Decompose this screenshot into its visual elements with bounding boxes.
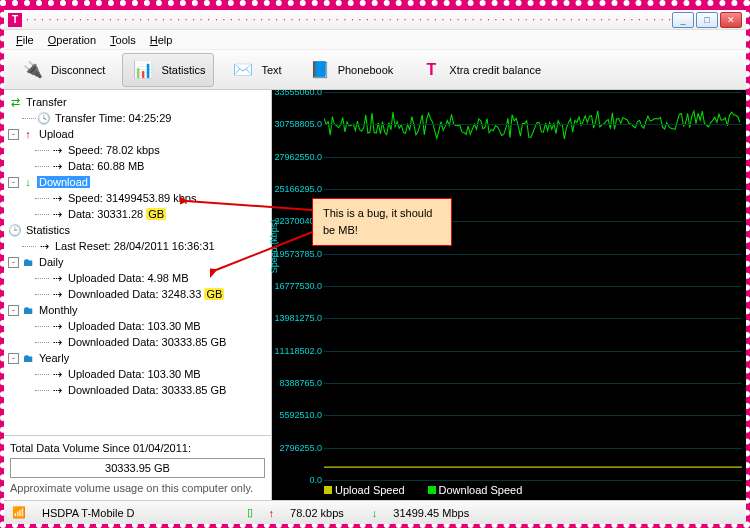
node-last-reset[interactable]: Last Reset: 28/04/2011 16:36:31 (53, 240, 217, 252)
close-button[interactable]: ✕ (720, 12, 742, 28)
menu-operation[interactable]: Operation (42, 32, 102, 48)
highlight-gb-1: GB (146, 208, 166, 220)
signal-icon: 📶 (12, 506, 26, 519)
data-icon: ⇢ (50, 288, 64, 301)
total-box: Total Data Volume Since 01/04/2011: 3033… (4, 435, 271, 500)
data-icon: ⇢ (50, 368, 64, 381)
upload-icon: ↑ (21, 128, 35, 140)
text-button[interactable]: ✉️ Text (222, 53, 290, 87)
xtra-icon: T (419, 58, 443, 82)
folder-icon: 🖿 (21, 304, 35, 316)
node-daily-down[interactable]: Downloaded Data: 3248.33 GB (66, 288, 226, 300)
data-icon: ⇢ (50, 208, 64, 221)
phonebook-button[interactable]: 📘 Phonebook (299, 53, 403, 87)
node-upload-data[interactable]: Data: 60.88 MB (66, 160, 146, 172)
y-axis-title: Speed (kbps) (269, 220, 279, 274)
maximize-button[interactable]: □ (696, 12, 718, 28)
menubar: File Operation Tools Help (4, 30, 746, 50)
node-upload[interactable]: Upload (37, 128, 76, 140)
statistics-label: Statistics (161, 64, 205, 76)
highlight-gb-2: GB (204, 288, 224, 300)
menu-file[interactable]: File (10, 32, 40, 48)
download-icon: ↓ (21, 176, 35, 188)
node-yearly-down[interactable]: Downloaded Data: 30333.85 GB (66, 384, 228, 396)
node-download-data[interactable]: Data: 30331.28 GB (66, 208, 168, 220)
speed-icon: ⇢ (50, 192, 64, 205)
legend-upload-swatch (324, 486, 332, 494)
data-icon: ⇢ (50, 320, 64, 333)
node-transfer-time[interactable]: Transfer Time: 04:25:29 (53, 112, 173, 124)
data-icon: ⇢ (50, 384, 64, 397)
xtra-button[interactable]: T Xtra credit balance (410, 53, 550, 87)
plot-area (324, 92, 742, 480)
expand-yearly[interactable]: - (8, 353, 19, 364)
title-dots: · · · · · · · · · · · · · · · · · · · · … (26, 14, 672, 25)
text-label: Text (261, 64, 281, 76)
main-window: T · · · · · · · · · · · · · · · · · · · … (4, 10, 746, 524)
expand-monthly[interactable]: - (8, 305, 19, 316)
phonebook-label: Phonebook (338, 64, 394, 76)
total-note: Approximate volume usage on this compute… (10, 482, 265, 494)
text-icon: ✉️ (231, 58, 255, 82)
xtra-label: Xtra credit balance (449, 64, 541, 76)
download-arrow-icon: ↓ (372, 507, 378, 519)
download-trace (324, 92, 742, 468)
status-network: HSDPA T-Mobile D (42, 507, 135, 519)
chart-legend: Upload Speed Download Speed (324, 484, 542, 496)
menu-help[interactable]: Help (144, 32, 179, 48)
folder-icon: 🖿 (21, 352, 35, 364)
transfer-icon: ⇄ (8, 96, 22, 109)
node-monthly[interactable]: Monthly (37, 304, 80, 316)
statusbar: 📶 HSDPA T-Mobile D ▯ ↑ 78.02 kbps ↓ 3149… (4, 500, 746, 524)
reset-icon: ⇢ (37, 240, 51, 253)
expand-upload[interactable]: - (8, 129, 19, 140)
data-icon: ⇢ (50, 160, 64, 173)
tree-panel: ⇄Transfer 🕓Transfer Time: 04:25:29 -↑Upl… (4, 90, 272, 500)
folder-icon: 🖿 (21, 256, 35, 268)
node-upload-speed[interactable]: Speed: 78.02 kbps (66, 144, 162, 156)
node-download-speed[interactable]: Speed: 31499453.89 kbps (66, 192, 198, 204)
data-icon: ⇢ (50, 336, 64, 349)
node-monthly-down[interactable]: Downloaded Data: 30333.85 GB (66, 336, 228, 348)
legend-download-swatch (428, 486, 436, 494)
minimize-button[interactable]: _ (672, 12, 694, 28)
node-statistics[interactable]: Statistics (24, 224, 72, 236)
disconnect-button[interactable]: 🔌 Disconnect (12, 53, 114, 87)
node-monthly-up[interactable]: Uploaded Data: 103.30 MB (66, 320, 203, 332)
toolbar: 🔌 Disconnect 📊 Statistics ✉️ Text 📘 Phon… (4, 50, 746, 90)
node-transfer[interactable]: Transfer (24, 96, 69, 108)
t-logo-icon: T (8, 13, 22, 27)
menu-tools[interactable]: Tools (104, 32, 142, 48)
legend-upload: Upload Speed (335, 484, 405, 496)
legend-download: Download Speed (439, 484, 523, 496)
titlebar: T · · · · · · · · · · · · · · · · · · · … (4, 10, 746, 30)
node-download[interactable]: Download (37, 176, 90, 188)
speed-icon: ⇢ (50, 144, 64, 157)
clock-icon: 🕓 (37, 112, 51, 125)
total-value: 30333.95 GB (10, 458, 265, 478)
disconnect-icon: 🔌 (21, 58, 45, 82)
node-daily-up[interactable]: Uploaded Data: 4.98 MB (66, 272, 190, 284)
disconnect-label: Disconnect (51, 64, 105, 76)
status-down: 31499.45 Mbps (393, 507, 469, 519)
y-axis: 0.02796255.05592510.08388765.011118502.0… (272, 92, 324, 480)
total-label: Total Data Volume Since 01/04/2011: (10, 442, 265, 454)
statistics-button[interactable]: 📊 Statistics (122, 53, 214, 87)
expand-download[interactable]: - (8, 177, 19, 188)
status-up: 78.02 kbps (290, 507, 344, 519)
node-yearly-up[interactable]: Uploaded Data: 103.30 MB (66, 368, 203, 380)
upload-arrow-icon: ↑ (269, 507, 275, 519)
statistics-icon: 📊 (131, 58, 155, 82)
data-icon: ⇢ (50, 272, 64, 285)
chart-area: 0.02796255.05592510.08388765.011118502.0… (272, 90, 746, 500)
node-yearly[interactable]: Yearly (37, 352, 71, 364)
stats-icon: 🕒 (8, 224, 22, 237)
expand-daily[interactable]: - (8, 257, 19, 268)
node-daily[interactable]: Daily (37, 256, 65, 268)
annotation-callout: This is a bug, it should be MB! (312, 198, 452, 246)
status-up-icon: ▯ (247, 506, 253, 519)
phonebook-icon: 📘 (308, 58, 332, 82)
